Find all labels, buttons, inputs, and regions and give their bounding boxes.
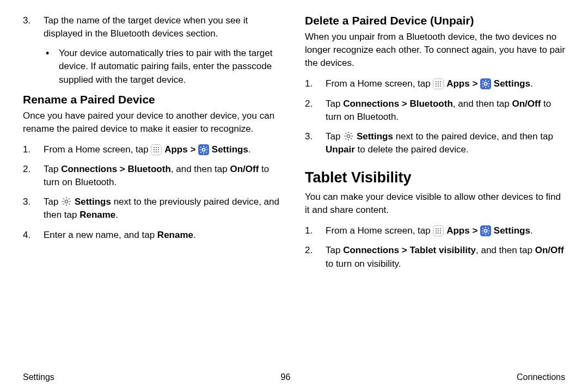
delete-steps: From a Home screen, tap Apps > Settings.… <box>305 77 565 156</box>
continued-list: Tap the name of the target device when y… <box>23 14 283 87</box>
settings-icon <box>480 78 491 89</box>
list-item: Tap Connections > Tablet visibility, and… <box>305 244 565 270</box>
visibility-heading: Tablet Visibility <box>305 169 565 186</box>
apps-icon <box>151 144 162 155</box>
list-item: Tap Settings next to the previously pair… <box>23 195 283 222</box>
footer-right: Connections <box>517 372 565 382</box>
step-text: Tap the name of the target device when y… <box>44 15 248 39</box>
page-number: 96 <box>281 372 291 382</box>
apps-icon <box>433 225 444 236</box>
list-item: From a Home screen, tap Apps > Settings. <box>23 143 283 156</box>
list-item: From a Home screen, tap Apps > Settings. <box>305 224 565 237</box>
settings-icon <box>480 225 491 236</box>
list-item: Tap Settings next to the paired device, … <box>305 130 565 156</box>
apps-icon <box>433 78 444 89</box>
rename-heading: Rename a Paired Device <box>23 93 283 106</box>
visibility-intro: You can make your device visible to allo… <box>305 191 565 217</box>
delete-heading: Delete a Paired Device (Unpair) <box>305 14 565 27</box>
sub-item: Your device automatically tries to pair … <box>44 47 283 86</box>
left-column: Tap the name of the target device when y… <box>23 14 283 277</box>
gear-icon <box>61 196 72 207</box>
gear-icon <box>343 131 354 142</box>
settings-label: Settings <box>212 144 248 155</box>
rename-steps: From a Home screen, tap Apps > Settings.… <box>23 143 283 242</box>
right-column: Delete a Paired Device (Unpair) When you… <box>305 14 565 277</box>
list-item: Tap the name of the target device when y… <box>23 14 283 87</box>
apps-label: Apps <box>164 144 188 155</box>
page-footer: Settings 96 Connections <box>23 372 565 382</box>
sub-list: Your device automatically tries to pair … <box>44 47 283 86</box>
settings-icon <box>198 144 209 155</box>
list-item: From a Home screen, tap Apps > Settings. <box>305 77 565 90</box>
list-item: Enter a new name, and tap Rename. <box>23 229 283 242</box>
list-item: Tap Connections > Bluetooth, and then ta… <box>23 163 283 189</box>
rename-intro: Once you have paired your device to anot… <box>23 109 283 136</box>
list-item: Tap Connections > Bluetooth, and then ta… <box>305 97 565 124</box>
visibility-steps: From a Home screen, tap Apps > Settings.… <box>305 224 565 270</box>
footer-left: Settings <box>23 372 54 382</box>
delete-intro: When you unpair from a Bluetooth device,… <box>305 30 565 70</box>
